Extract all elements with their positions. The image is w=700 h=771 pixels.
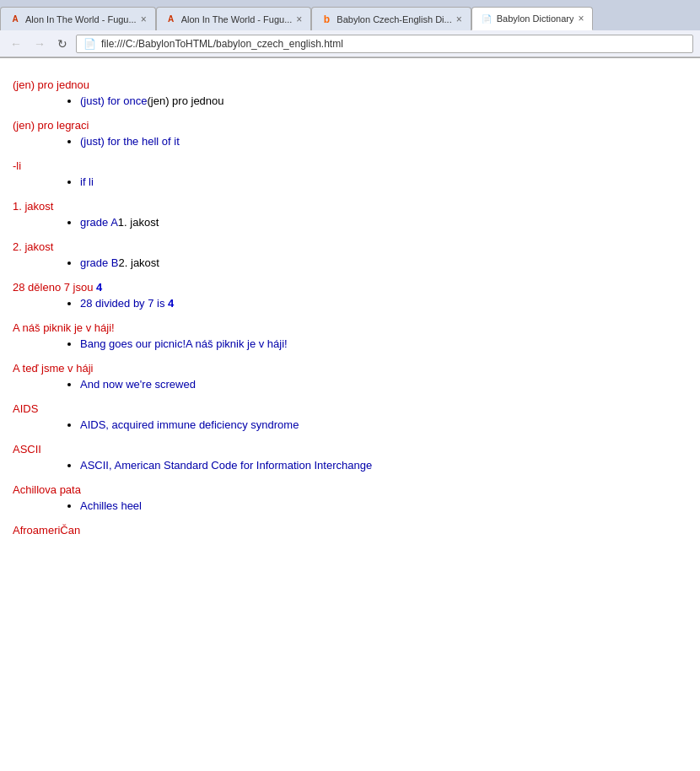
entry-2-jakost: 2. jakost grade B2. jakost bbox=[13, 240, 687, 269]
tab-3-label: Babylon Czech-English Di... bbox=[337, 14, 451, 24]
tab-2-favicon: A bbox=[165, 13, 177, 25]
entry-list-7: And now we're screwed bbox=[80, 378, 687, 391]
list-item: (just) for the hell of it bbox=[80, 135, 687, 148]
entry-term-9: ASCII bbox=[13, 443, 687, 456]
tab-2-label: Alon In The World - Fugu... bbox=[181, 14, 293, 24]
tab-4-label: Babylon Dictionary bbox=[497, 13, 574, 24]
entry-list-8: AIDS, acquired immune deficiency syndrom… bbox=[80, 418, 687, 431]
entry-achillova-pata: Achillova pata Achilles heel bbox=[13, 483, 687, 512]
entry-li: -li if li bbox=[13, 159, 687, 188]
entry-ascii: ASCII ASCII, American Standard Code for … bbox=[13, 443, 687, 472]
term-highlight: 4 bbox=[96, 281, 102, 294]
def-text: Bang goes our picnic!A náš piknik je v h… bbox=[80, 337, 288, 350]
refresh-button[interactable]: ↻ bbox=[54, 35, 71, 52]
def-suffix: (jen) pro jednou bbox=[147, 94, 223, 107]
tab-2[interactable]: A Alon In The World - Fugu... × bbox=[156, 7, 312, 30]
def-suffix: 1. jakost bbox=[118, 216, 159, 229]
list-item: grade A1. jakost bbox=[80, 216, 687, 229]
def-text: grade A bbox=[80, 216, 118, 229]
entry-list-3: grade A1. jakost bbox=[80, 216, 687, 229]
entry-list-0: (just) for once(jen) pro jednou bbox=[80, 94, 687, 107]
entry-1-jakost: 1. jakost grade A1. jakost bbox=[13, 200, 687, 229]
entry-afroamerican: AfroameriČan bbox=[13, 524, 687, 536]
entry-term-8: AIDS bbox=[13, 402, 687, 415]
tab-1-close[interactable]: × bbox=[141, 13, 147, 25]
tab-1-favicon: A bbox=[9, 13, 21, 25]
entry-term-6: A náš piknik je v háji! bbox=[13, 321, 687, 334]
tab-4-favicon: 📄 bbox=[481, 13, 493, 24]
list-item: Achilles heel bbox=[80, 499, 687, 512]
def-text: And now we're screwed bbox=[80, 378, 196, 391]
entry-term-0: (jen) pro jednou bbox=[13, 78, 687, 91]
entry-ted-jsme: A teď jsme v háji And now we're screwed bbox=[13, 362, 687, 391]
tab-bar: A Alon In The World - Fugu... × A Alon I… bbox=[0, 0, 700, 30]
list-item: ASCII, American Standard Code for Inform… bbox=[80, 459, 687, 472]
list-item: And now we're screwed bbox=[80, 378, 687, 391]
def-text: AIDS, acquired immune deficiency syndrom… bbox=[80, 418, 299, 431]
def-text: Achilles heel bbox=[80, 499, 142, 512]
page-content: (jen) pro jednou (just) for once(jen) pr… bbox=[0, 58, 700, 733]
def-text: if li bbox=[80, 175, 94, 188]
entry-term-2: -li bbox=[13, 159, 687, 172]
browser-chrome: A Alon In The World - Fugu... × A Alon I… bbox=[0, 0, 700, 58]
tab-3[interactable]: b Babylon Czech-English Di... × bbox=[311, 7, 471, 30]
def-text: (just) for once bbox=[80, 94, 147, 107]
def-text: ASCII, American Standard Code for Inform… bbox=[80, 459, 372, 472]
list-item: grade B2. jakost bbox=[80, 256, 687, 269]
entry-term-4: 2. jakost bbox=[13, 240, 687, 253]
entry-jen-pro-legraci: (jen) pro legraci (just) for the hell of… bbox=[13, 119, 687, 148]
entry-list-6: Bang goes our picnic!A náš piknik je v h… bbox=[80, 337, 687, 350]
tab-2-close[interactable]: × bbox=[296, 13, 302, 25]
list-item: 28 divided by 7 is 4 bbox=[80, 297, 687, 310]
tab-4-close[interactable]: × bbox=[578, 13, 584, 24]
entry-jen-pro-jednou: (jen) pro jednou (just) for once(jen) pr… bbox=[13, 78, 687, 107]
list-item: Bang goes our picnic!A náš piknik je v h… bbox=[80, 337, 687, 350]
entry-term-3: 1. jakost bbox=[13, 200, 687, 213]
def-text: 28 divided by 7 is bbox=[80, 297, 168, 310]
def-highlight: 4 bbox=[168, 297, 174, 310]
tab-4[interactable]: 📄 Babylon Dictionary × bbox=[471, 7, 594, 30]
entry-list-9: ASCII, American Standard Code for Inform… bbox=[80, 459, 687, 472]
tab-3-close[interactable]: × bbox=[456, 13, 462, 25]
address-text: file:///C:/BabylonToHTML/babylon_czech_e… bbox=[101, 38, 343, 50]
def-text: grade B bbox=[80, 256, 119, 269]
entry-term-10: Achillova pata bbox=[13, 483, 687, 496]
entry-list-4: grade B2. jakost bbox=[80, 256, 687, 269]
entry-piknik: A náš piknik je v háji! Bang goes our pi… bbox=[13, 321, 687, 350]
nav-bar: ← → ↻ 📄 file:///C:/BabylonToHTML/babylon… bbox=[0, 30, 700, 57]
entry-term-5: 28 děleno 7 jsou 4 bbox=[13, 281, 687, 294]
entry-list-2: if li bbox=[80, 175, 687, 188]
list-item: AIDS, acquired immune deficiency syndrom… bbox=[80, 418, 687, 431]
entry-list-10: Achilles heel bbox=[80, 499, 687, 512]
tab-1-label: Alon In The World - Fugu... bbox=[25, 14, 137, 24]
list-item: (just) for once(jen) pro jednou bbox=[80, 94, 687, 107]
tab-1[interactable]: A Alon In The World - Fugu... × bbox=[0, 7, 156, 30]
entry-term-1: (jen) pro legraci bbox=[13, 119, 687, 132]
entry-list-5: 28 divided by 7 is 4 bbox=[80, 297, 687, 310]
entry-term-7: A teď jsme v háji bbox=[13, 362, 687, 375]
entry-list-1: (just) for the hell of it bbox=[80, 135, 687, 148]
address-bar[interactable]: 📄 file:///C:/BabylonToHTML/babylon_czech… bbox=[76, 35, 693, 53]
forward-button[interactable]: → bbox=[30, 35, 49, 52]
entry-28-divided: 28 děleno 7 jsou 4 28 divided by 7 is 4 bbox=[13, 281, 687, 310]
entry-aids: AIDS AIDS, acquired immune deficiency sy… bbox=[13, 402, 687, 431]
def-text: (just) for the hell of it bbox=[80, 135, 180, 148]
tab-3-favicon: b bbox=[320, 13, 332, 25]
list-item: if li bbox=[80, 175, 687, 188]
page-icon: 📄 bbox=[83, 38, 96, 50]
def-suffix: 2. jakost bbox=[119, 256, 159, 269]
entry-term-11: AfroameriČan bbox=[13, 524, 687, 536]
back-button[interactable]: ← bbox=[7, 35, 25, 52]
